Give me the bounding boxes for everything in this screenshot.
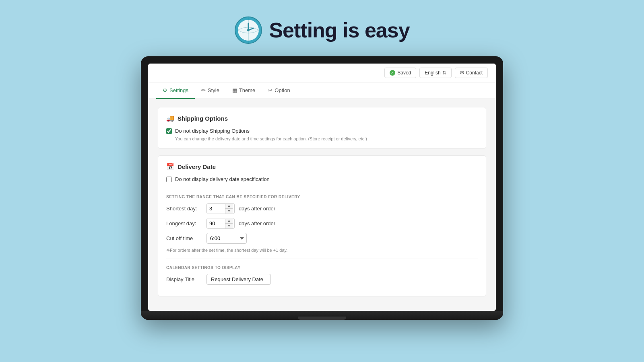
check-circle-icon: ✓ [390,70,395,76]
longest-day-input[interactable] [207,218,225,228]
contact-button[interactable]: ✉ Contact [455,68,488,78]
divider-1 [166,188,478,188]
language-label: English [425,70,440,76]
tab-settings-label: Settings [169,87,188,93]
longest-day-unit: days after order [239,220,275,226]
page-title: Setting is easy [269,18,409,42]
truck-icon: 🚚 [166,115,174,122]
saved-label: Saved [397,70,411,76]
delivery-date-checkbox-label[interactable]: Do not display delivery date specificati… [175,176,270,182]
delivery-date-header: 📅 Delivery Date [166,163,478,171]
cut-off-time-label: Cut off time [166,235,202,241]
shipping-options-header: 🚚 Shipping Options [166,115,478,122]
language-button[interactable]: English ⇅ [419,68,451,78]
shortest-day-increment[interactable]: ▲ [225,204,233,209]
settings-tab-icon: ⚙ [163,87,167,93]
laptop-base [141,311,503,320]
laptop-screen: ✓ Saved English ⇅ ✉ Contact ⚙ Settings [148,64,496,311]
theme-tab-icon: ▦ [232,87,237,93]
shortest-day-label: Shortest day: [166,206,202,212]
longest-day-decrement[interactable]: ▼ [225,224,233,228]
longest-day-row: Longest day: ▲ ▼ days after order [166,218,478,229]
app-ui: ✓ Saved English ⇅ ✉ Contact ⚙ Settings [148,64,496,311]
cut-off-time-select[interactable]: 0:001:002:003:00 4:005:006:007:00 8:009:… [206,233,247,244]
style-tab-icon: ✏ [201,87,206,93]
calendar-section-label: CALENDAR SETTINGS TO DISPLAY [166,265,478,270]
shortest-day-input-wrap: ▲ ▼ [206,203,235,214]
calendar-icon: 📅 [166,163,174,171]
tab-settings[interactable]: ⚙ Settings [156,82,195,99]
display-title-row: Display Title [166,274,478,285]
tab-theme-label: Theme [239,87,255,93]
range-section-label: SETTING THE RANGE THAT CAN BE SPECIFIED … [166,195,478,199]
option-tab-icon: ✂ [268,87,272,93]
saved-button[interactable]: ✓ Saved [384,68,416,78]
display-title-input[interactable] [206,274,271,285]
tab-style-label: Style [208,87,219,93]
shortest-day-unit: days after order [239,206,275,212]
shipping-options-checkbox[interactable] [166,128,172,134]
clock-icon [234,16,262,44]
tab-style[interactable]: ✏ Style [195,82,226,99]
page-header: Setting is easy [234,16,409,44]
cut-off-note: ※For orders after the set time, the shor… [166,248,478,253]
shortest-day-decrement[interactable]: ▼ [225,209,233,214]
shortest-day-input[interactable] [207,204,225,214]
delivery-date-checkbox[interactable] [166,177,172,182]
shipping-options-title: Shipping Options [178,115,228,122]
delivery-date-section: 📅 Delivery Date Do not display delivery … [158,155,486,296]
contact-label: Contact [466,70,483,76]
mail-icon: ✉ [460,70,464,76]
longest-day-spinner: ▲ ▼ [225,219,233,228]
tabs-bar: ⚙ Settings ✏ Style ▦ Theme ✂ Option [148,82,496,99]
shipping-options-checkbox-row: Do not display Shipping Options [166,128,478,134]
main-content: 🚚 Shipping Options Do not display Shippi… [148,99,496,311]
laptop: ✓ Saved English ⇅ ✉ Contact ⚙ Settings [141,56,503,320]
shipping-options-section: 🚚 Shipping Options Do not display Shippi… [158,107,486,149]
delivery-date-checkbox-row: Do not display delivery date specificati… [166,176,478,182]
divider-2 [166,259,478,259]
longest-day-label: Longest day: [166,220,202,226]
display-title-label: Display Title [166,276,202,282]
shortest-day-row: Shortest day: ▲ ▼ days after order [166,203,478,214]
shipping-options-helper: You can change the delivery date and tim… [175,136,478,141]
shipping-options-checkbox-label[interactable]: Do not display Shipping Options [175,128,250,134]
chevron-icon: ⇅ [442,70,446,76]
tab-option[interactable]: ✂ Option [262,82,296,99]
delivery-date-title: Delivery Date [178,163,216,170]
tab-option-label: Option [275,87,290,93]
longest-day-input-wrap: ▲ ▼ [206,218,235,229]
tab-theme[interactable]: ▦ Theme [226,82,262,99]
cut-off-time-row: Cut off time 0:001:002:003:00 4:005:006:… [166,233,478,244]
shortest-day-spinner: ▲ ▼ [225,204,233,214]
top-bar: ✓ Saved English ⇅ ✉ Contact [148,64,496,82]
longest-day-increment[interactable]: ▲ [225,219,233,224]
